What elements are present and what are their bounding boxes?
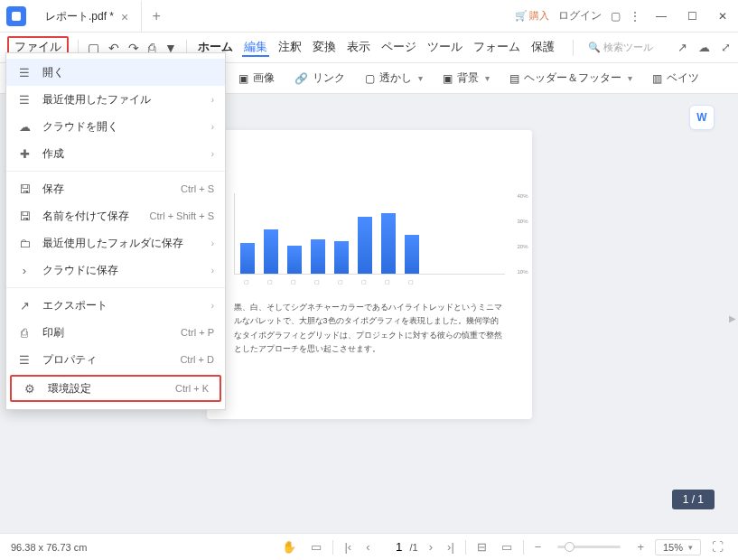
- menu-item-icon: ☰: [17, 93, 32, 107]
- tab-close-icon[interactable]: ×: [121, 10, 128, 24]
- title-actions: 🛒 購入 ログイン ▢ ⋮: [509, 0, 646, 32]
- chart-bar: [334, 241, 349, 274]
- zoom-out-icon[interactable]: −: [531, 540, 546, 554]
- statusbar: 96.38 x 76.73 cm ✋ ▭ |‹ ‹ /1 › ›| ⊟ ▭ − …: [0, 533, 738, 560]
- cloud-icon[interactable]: ☁: [698, 41, 710, 54]
- menu-変換[interactable]: 変換: [311, 37, 338, 57]
- next-page-icon[interactable]: ›: [425, 540, 436, 554]
- minimize-button[interactable]: —: [646, 0, 677, 33]
- menu-item-label: 最近使用したフォルダに保存: [42, 236, 201, 251]
- fit-width-icon[interactable]: ⊟: [473, 540, 490, 554]
- app-icon: [0, 0, 33, 32]
- menu-item-shortcut: Ctrl + K: [175, 383, 209, 394]
- chart-bar: [311, 239, 325, 274]
- fit-page-icon[interactable]: ▭: [498, 540, 516, 554]
- maximize-button[interactable]: ☐: [677, 0, 707, 33]
- menu-item-label: クラウドに保存: [42, 263, 201, 278]
- file-menu-item[interactable]: ⎙印刷Ctrl + P: [6, 319, 225, 346]
- link-button[interactable]: 🔗 リンク: [294, 70, 345, 86]
- search-tools[interactable]: 🔍 検索ツール: [588, 41, 653, 54]
- notification-icon[interactable]: ▢: [611, 10, 621, 23]
- tab-title: レポート.pdf *: [45, 9, 114, 24]
- share-icon[interactable]: ↗: [677, 41, 687, 54]
- menu-item-icon: ☁: [17, 120, 32, 134]
- file-menu-item[interactable]: ☁クラウドを開く›: [6, 113, 225, 140]
- select-tool-icon[interactable]: ▭: [307, 540, 325, 554]
- menu-item-label: プロパティ: [42, 352, 169, 368]
- new-tab-button[interactable]: +: [142, 0, 171, 32]
- menu-表示[interactable]: 表示: [345, 37, 372, 57]
- file-menu-item[interactable]: ☰開く: [6, 59, 225, 86]
- background-button[interactable]: ▣ 背景▾: [443, 70, 490, 86]
- chart-bar: [287, 246, 302, 275]
- menu-item-label: 開く: [42, 65, 214, 80]
- file-menu-item[interactable]: 🗀最近使用したフォルダに保存›: [6, 229, 225, 257]
- scroll-handle[interactable]: ▶: [729, 313, 736, 323]
- menu-item-label: エクスポート: [42, 298, 201, 313]
- chart-bar: [358, 217, 372, 274]
- menu-item-icon: ↗: [17, 299, 32, 313]
- menu-item-label: 作成: [42, 146, 201, 162]
- file-menu-item[interactable]: ✚作成›: [6, 140, 225, 167]
- menu-item-icon: ☰: [17, 353, 32, 367]
- bates-button[interactable]: ▥ ベイツ: [652, 70, 699, 86]
- menu-注釈[interactable]: 注釈: [276, 37, 304, 57]
- file-menu-item[interactable]: 🖫名前を付けて保存Ctrl + Shift + S: [6, 202, 225, 229]
- menu-item-label: 印刷: [42, 325, 170, 341]
- menu-item-icon: ✚: [17, 147, 32, 161]
- menu-item-shortcut: Ctrl + D: [180, 354, 214, 365]
- menu-item-icon: 🖫: [17, 182, 32, 196]
- page-total: /1: [410, 542, 418, 553]
- zoom-in-icon[interactable]: +: [633, 540, 648, 554]
- dimensions-readout: 96.38 x 76.73 cm: [11, 542, 87, 553]
- file-menu-item[interactable]: ⚙環境設定Ctrl + K: [10, 375, 221, 402]
- menu-item-label: 環境設定: [48, 381, 164, 397]
- submenu-arrow-icon: ›: [211, 149, 214, 159]
- fullscreen-icon[interactable]: ⛶: [708, 540, 727, 554]
- watermark-button[interactable]: ▢ 透かし▾: [365, 70, 423, 86]
- menu-item-shortcut: Ctrl + Shift + S: [149, 210, 214, 221]
- file-menu-item[interactable]: 🖫保存Ctrl + S: [6, 175, 225, 202]
- file-menu-item[interactable]: ☰最近使用したファイル›: [6, 86, 225, 113]
- menu-item-icon: ☰: [17, 66, 32, 79]
- expand-icon[interactable]: ⤢: [721, 41, 731, 54]
- login-link[interactable]: ログイン: [558, 8, 602, 23]
- menu-item-icon: 🗀: [17, 237, 32, 250]
- submenu-arrow-icon: ›: [211, 266, 214, 275]
- buy-link[interactable]: 🛒 購入: [515, 9, 549, 23]
- word-export-badge[interactable]: W: [689, 105, 715, 130]
- zoom-select[interactable]: 15%▾: [655, 539, 701, 555]
- zoom-slider[interactable]: [557, 546, 621, 548]
- prev-page-icon[interactable]: ‹: [362, 540, 373, 554]
- menu-ページ[interactable]: ページ: [379, 37, 418, 57]
- titlebar: レポート.pdf * × + 🛒 購入 ログイン ▢ ⋮ — ☐ ✕: [0, 0, 738, 33]
- menu-item-icon: ⚙: [23, 382, 37, 396]
- chart-bar: [381, 213, 396, 275]
- page-indicator: 1 / 1: [672, 490, 715, 509]
- file-menu-item[interactable]: ›クラウドに保存›: [6, 257, 225, 284]
- document-page: 40%30%20%10% ▢▢▢▢▢▢▢▢ 黒、白、そしてシグネチャーカラーであ…: [207, 130, 532, 419]
- file-menu-item[interactable]: ☰プロパティCtrl + D: [6, 346, 225, 373]
- file-menu-item[interactable]: ↗エクスポート›: [6, 292, 225, 319]
- document-tab[interactable]: レポート.pdf * ×: [33, 0, 142, 32]
- first-page-icon[interactable]: |‹: [341, 540, 355, 554]
- page-body-text: 黒、白、そしてシグネチャーカラーであるハイライトレッドというミニマルなパレットで…: [234, 301, 505, 356]
- chart-bar: [264, 229, 278, 275]
- menu-ツール[interactable]: ツール: [425, 37, 464, 57]
- menu-編集[interactable]: 編集: [242, 37, 269, 57]
- menu-item-shortcut: Ctrl + S: [181, 183, 214, 194]
- chart-bar: [240, 243, 255, 274]
- menu-保護[interactable]: 保護: [529, 37, 556, 57]
- kebab-menu-icon[interactable]: ⋮: [630, 10, 640, 23]
- menu-フォーム[interactable]: フォーム: [472, 37, 522, 57]
- menu-item-icon: ⎙: [17, 326, 32, 340]
- menu-item-shortcut: Ctrl + P: [181, 327, 214, 338]
- last-page-icon[interactable]: ›|: [444, 540, 458, 554]
- hand-tool-icon[interactable]: ✋: [278, 540, 300, 554]
- menu-item-label: 保存: [42, 182, 170, 197]
- close-button[interactable]: ✕: [707, 0, 738, 33]
- image-button[interactable]: ▣ 画像: [238, 70, 275, 86]
- page-number-input[interactable]: [381, 540, 403, 554]
- menu-item-label: 名前を付けて保存: [42, 209, 138, 224]
- header-footer-button[interactable]: ▤ ヘッダー＆フッター▾: [509, 70, 632, 86]
